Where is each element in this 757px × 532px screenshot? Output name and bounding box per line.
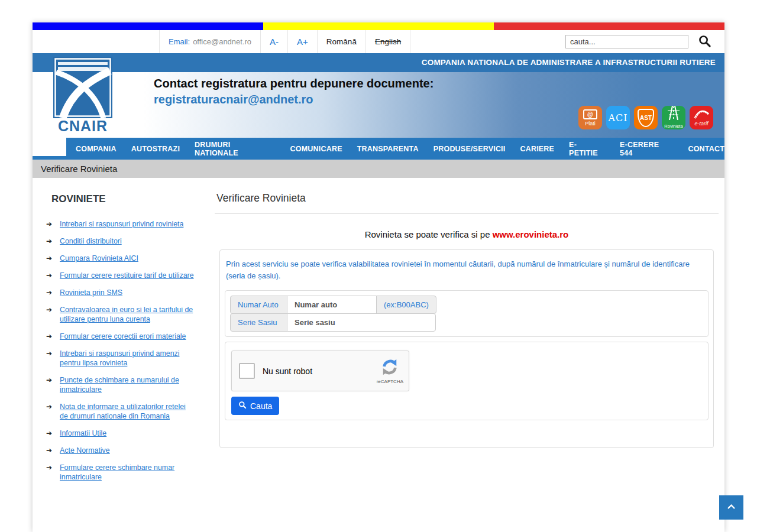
flag-yellow-stripe [263,22,494,30]
page-sheet: Email: office@andnet.ro A- A+ Română Eng… [33,22,724,532]
ast-badge[interactable]: AST [634,106,658,129]
language-romanian[interactable]: Română [318,30,366,53]
nav-item-produse-servicii[interactable]: PRODUSE/SERVICII [434,145,506,153]
search-input[interactable] [565,35,688,48]
captcha-checkbox[interactable] [239,363,255,379]
sidebar-link-cumpara-rovinieta[interactable]: Cumpara Rovinieta AICI [60,254,138,262]
numar-auto-group: Numar Auto (ex:B00ABC) [230,296,703,314]
plati-label: Plati [585,121,596,126]
recaptcha-brand-text: reCAPTCHA [377,379,403,384]
sidebar: ROVINIETE Intrebari si raspunsuri privin… [33,192,215,489]
nav-item-compania[interactable]: COMPANIA [76,145,117,153]
plati-badge[interactable]: @ Plati [578,106,602,129]
cnair-roads-icon [53,57,112,118]
sidebar-link-rovinieta-sms[interactable]: Rovinieta prin SMS [60,288,122,297]
nav-item-e-petitie[interactable]: E-PETITIE [569,141,605,157]
nav-item-cariere[interactable]: CARIERE [520,145,554,153]
nav-item-comunicare[interactable]: COMUNICARE [290,145,342,153]
list-item: Formular cerere corectii erori materiale [51,332,196,341]
list-item: Intrebari si raspunsuri privind amenzi p… [51,349,196,368]
company-title-bar: COMPANIA NATIONALA DE ADMINISTRARE A INF… [33,53,724,72]
sidebar-link-informatii-utile[interactable]: Informatii Utile [60,429,106,437]
language-english[interactable]: English [366,30,410,53]
email-value: office@andnet.ro [193,37,251,46]
nav-logo-notch [33,138,66,156]
search-button[interactable] [698,34,711,50]
font-increase-button[interactable]: A+ [288,30,318,53]
scroll-to-top-button[interactable] [719,495,743,520]
rovinieta-badge[interactable]: Rovinieta [662,106,685,129]
etarif-label: e-tarif [694,121,708,126]
email-label: Email: [169,37,190,46]
highway-icon [667,106,681,122]
numar-auto-label: Numar Auto [230,296,287,314]
list-item: Rovinieta prin SMS [51,288,196,297]
sidebar-link-contravaloare-euro[interactable]: Contravaloarea in euro si lei a tarifulu… [60,306,193,323]
breadcrumb: Verificare Rovinieta [33,160,724,178]
banner: Contact registratura pentru depunere doc… [33,72,724,138]
sidebar-link-conditii-distribuitori[interactable]: Conditii distribuitori [60,237,122,245]
contact-heading: Contact registratura pentru depunere doc… [154,77,434,90]
sidebar-link-schimbare-numar[interactable]: Formulare cerere schimbare numar inmatri… [60,463,174,481]
numar-auto-input[interactable] [287,296,377,314]
aci-label: ACI [608,112,627,124]
list-item: Puncte de schimbare a numarului de inmat… [51,375,196,394]
nav-item-transparenta[interactable]: TRANSPARENTA [357,145,419,153]
main-column: Verificare Rovinieta Rovinieta se poate … [215,192,724,489]
wallet-at-icon: @ [583,109,597,119]
list-item: Formulare cerere schimbare numar inmatri… [51,463,196,482]
service-badges: @ Plati ACI AST Rovinieta [578,106,713,129]
sidebar-link-corectii-erori[interactable]: Formular cerere corectii erori materiale [60,332,186,340]
title-divider [215,213,719,214]
list-item: Cumpara Rovinieta AICI [51,254,196,263]
aci-badge[interactable]: ACI [606,106,630,129]
flag-stripe-bar [33,22,724,30]
list-item: Informatii Utile [51,429,196,438]
serie-sasiu-label: Serie Sasiu [230,313,287,332]
list-item: Contravaloarea in euro si lei a tarifulu… [51,305,196,324]
contact-email-link[interactable]: registraturacnair@andnet.ro [154,93,434,106]
erovinieta-link[interactable]: www.erovinieta.ro [493,229,569,239]
email-contact[interactable]: Email: office@andnet.ro [159,30,261,53]
list-item: Nota de informare a utilizatorilor retel… [51,402,196,421]
nav-item-contact[interactable]: CONTACT [688,145,724,153]
font-decrease-button[interactable]: A- [261,30,288,53]
recaptcha-brand: reCAPTCHA [377,358,403,384]
sidebar-link-intrebari-rovinieta[interactable]: Intrebari si raspunsuri privind roviniet… [60,220,183,228]
header-spacer [33,30,159,53]
contact-block: Contact registratura pentru depunere doc… [154,77,434,106]
sidebar-link-acte-normative[interactable]: Acte Normative [60,446,110,455]
notice-text: Rovinieta se poate verifica si pe [365,229,493,239]
rovinieta-label: Rovinieta [664,124,682,129]
nav-item-drumuri-nationale[interactable]: DRUMURI NATIONALE [195,141,276,157]
cnair-logo-text: CNAIR [53,118,112,134]
inputs-panel: Numar Auto (ex:B00ABC) Serie Sasiu [225,290,709,337]
sidebar-link-puncte-schimbare[interactable]: Puncte de schimbare a numarului de inmat… [60,376,179,394]
main-navigation: COMPANIA AUTOSTRAZI DRUMURI NATIONALE CO… [33,138,724,160]
captcha-label: Nu sunt robot [263,366,312,376]
cauta-button[interactable]: Cauta [231,397,279,415]
list-item: Intrebari si raspunsuri privind roviniet… [51,219,196,229]
road-swoosh-icon [693,109,710,121]
cauta-button-label: Cauta [250,401,272,411]
sidebar-link-intrebari-amenzi[interactable]: Intrebari si raspunsuri privind amenzi p… [60,349,179,367]
serie-sasiu-group: Serie Sasiu [230,313,703,332]
content-area: ROVINIETE Intrebari si raspunsuri privin… [33,178,724,489]
list-item: Acte Normative [51,446,196,455]
etarif-badge[interactable]: e-tarif [690,106,713,129]
recaptcha-widget: Nu sunt robot reCAPTCHA [231,351,409,391]
sidebar-link-nota-informare[interactable]: Nota de informare a utilizatorilor retel… [60,403,186,420]
serie-sasiu-input[interactable] [287,313,436,332]
nav-item-e-cerere-544[interactable]: E-CERERE 544 [620,141,673,157]
sidebar-link-restituire-tarif[interactable]: Formular cerere restituire tarif de util… [60,271,194,280]
nav-item-autostrazi[interactable]: AUTOSTRAZI [131,145,180,153]
numar-auto-hint: (ex:B00ABC) [376,296,436,314]
sidebar-menu: Intrebari si raspunsuri privind roviniet… [51,219,196,482]
list-item: Formular cerere restituire tarif de util… [51,271,196,280]
search-icon [698,34,711,50]
recaptcha-logo-icon [381,368,399,378]
search-icon [238,401,247,411]
captcha-panel: Nu sunt robot reCAPTCHA [225,342,709,420]
cnair-logo[interactable]: CNAIR [53,57,112,136]
header-search-area [565,30,724,53]
